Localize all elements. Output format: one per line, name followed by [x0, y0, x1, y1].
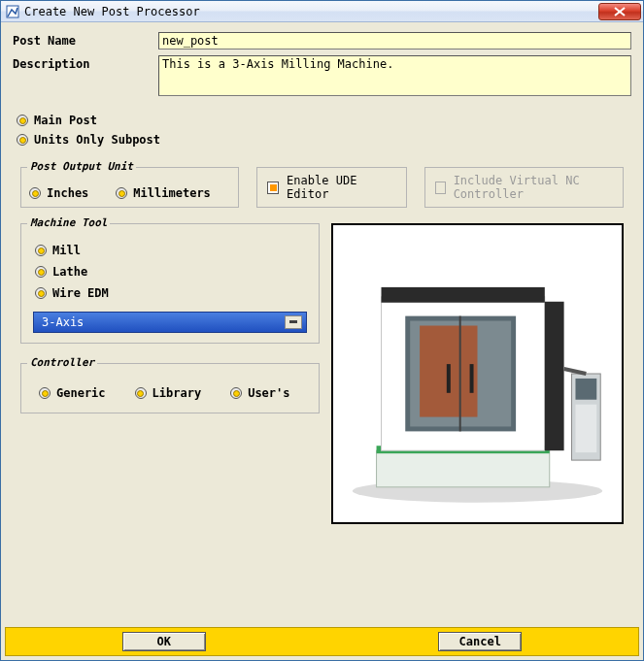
inches-label: Inches [47, 186, 88, 200]
close-button[interactable] [598, 3, 641, 20]
close-icon [614, 7, 626, 17]
output-unit-group: Post Output Unit Inches Millimeters [20, 167, 239, 208]
client-area: Post Name Description Main Post Units On… [1, 22, 643, 660]
generic-radio[interactable]: Generic [39, 383, 106, 403]
units-subpost-label: Units Only Subpost [34, 133, 160, 147]
millimeters-radio[interactable]: Millimeters [116, 183, 210, 203]
mill-label: Mill [52, 244, 81, 257]
main-post-label: Main Post [34, 114, 97, 127]
radio-icon [35, 266, 47, 278]
inches-radio[interactable]: Inches [29, 183, 88, 203]
radio-icon [17, 134, 28, 146]
generic-label: Generic [56, 386, 106, 400]
controller-group: Controller Generic Library [20, 363, 320, 413]
svg-rect-16 [575, 379, 596, 400]
svg-rect-19 [447, 364, 451, 393]
machine-tool-legend: Machine Tool [27, 216, 110, 229]
machine-tool-group: Machine Tool Mill Lathe [20, 223, 320, 344]
axis-selected-value: 3-Axis [42, 315, 84, 329]
wire-edm-label: Wire EDM [52, 286, 109, 300]
library-label: Library [153, 386, 202, 400]
app-icon [5, 4, 20, 19]
description-textarea[interactable] [158, 55, 631, 96]
ok-button[interactable]: OK [122, 632, 206, 651]
post-name-label: Post Name [13, 32, 158, 48]
include-vnc-box: Include Virtual NC Controller [424, 167, 624, 208]
wire-edm-radio[interactable]: Wire EDM [35, 282, 305, 304]
radio-icon [135, 387, 147, 399]
cancel-button[interactable]: Cancel [438, 632, 522, 651]
include-vnc-label: Include Virtual NC Controller [454, 174, 613, 201]
main-post-radio[interactable]: Main Post [17, 111, 631, 130]
controller-legend: Controller [27, 356, 97, 369]
dropdown-arrow-icon [285, 315, 302, 329]
mill-radio[interactable]: Mill [35, 240, 305, 261]
machine-preview-image [331, 223, 624, 524]
radio-icon [35, 287, 47, 299]
svg-rect-14 [545, 302, 564, 450]
svg-rect-3 [289, 320, 297, 323]
description-label: Description [13, 55, 158, 71]
window-title: Create New Post Processor [24, 5, 598, 18]
enable-ude-box: Enable UDE Editor [256, 167, 407, 208]
users-radio[interactable]: User's [230, 383, 289, 403]
users-label: User's [248, 386, 289, 400]
titlebar: Create New Post Processor [1, 1, 643, 22]
svg-rect-6 [377, 450, 550, 487]
radio-icon [17, 115, 28, 126]
svg-rect-20 [470, 364, 474, 393]
radio-icon [116, 187, 127, 199]
lathe-radio[interactable]: Lathe [35, 261, 305, 282]
include-vnc-checkbox [435, 182, 446, 194]
radio-icon [35, 245, 47, 256]
enable-ude-checkbox[interactable] [267, 182, 279, 194]
radio-icon [29, 187, 41, 199]
button-bar: OK Cancel [5, 627, 639, 656]
library-radio[interactable]: Library [135, 383, 202, 403]
enable-ude-label: Enable UDE Editor [287, 174, 396, 201]
millimeters-label: Millimeters [133, 186, 210, 200]
lathe-label: Lathe [52, 265, 87, 279]
svg-rect-9 [382, 287, 545, 303]
radio-icon [39, 387, 51, 399]
output-unit-legend: Post Output Unit [27, 160, 136, 173]
units-subpost-radio[interactable]: Units Only Subpost [17, 130, 631, 149]
axis-dropdown[interactable]: 3-Axis [33, 312, 307, 333]
svg-rect-17 [575, 405, 596, 453]
post-name-input[interactable] [158, 32, 631, 50]
radio-icon [230, 387, 242, 399]
dialog-window: Create New Post Processor Post Name Desc… [0, 0, 644, 661]
